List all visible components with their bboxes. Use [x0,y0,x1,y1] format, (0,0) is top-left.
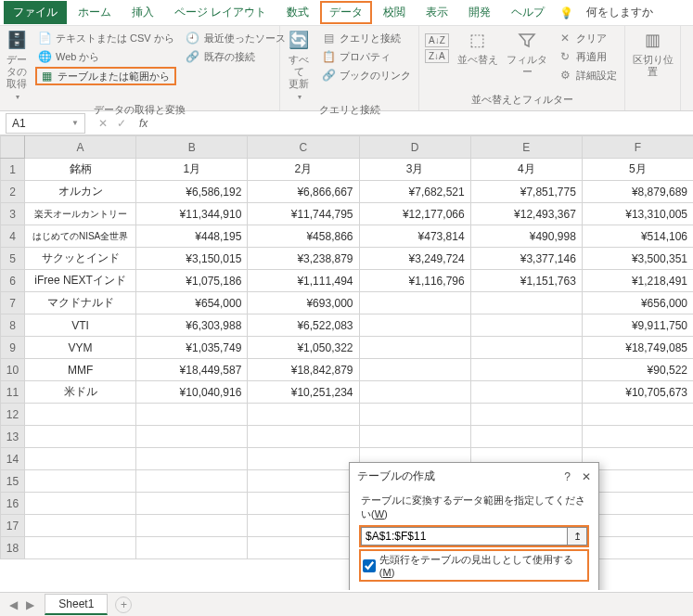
cell[interactable] [25,448,136,470]
cell[interactable]: ¥18,449,587 [136,359,248,381]
row-header[interactable]: 15 [1,470,25,493]
cell[interactable] [359,292,470,314]
cell[interactable]: VYM [25,337,136,359]
worksheet-grid[interactable]: A B C D E F 1銘柄1月2月3月4月5月2オルカン¥6,586,192… [0,135,693,590]
cell[interactable]: 5月 [582,159,693,181]
cell[interactable] [25,470,136,493]
cell[interactable] [470,426,582,448]
row-header[interactable]: 2 [1,181,25,203]
cell[interactable]: ¥10,705,673 [582,381,693,404]
filter-button[interactable]: フィルター [506,30,548,78]
cell[interactable]: ¥90,522 [582,359,693,381]
cell[interactable] [470,292,582,314]
row-header[interactable]: 13 [1,426,25,448]
tab-dev[interactable]: 開発 [459,1,500,24]
name-box[interactable]: A1 ▼ [6,113,85,134]
cell[interactable]: ¥654,000 [136,292,248,314]
help-icon[interactable]: ? [564,470,571,483]
queries-connections[interactable]: ▤クエリと接続 [319,30,413,46]
tab-help[interactable]: ヘルプ [502,1,554,24]
properties[interactable]: 📋プロパティ [319,48,413,65]
cell[interactable]: ¥1,151,763 [470,270,582,292]
cell[interactable]: ¥6,522,083 [248,314,359,337]
cell[interactable]: ¥1,075,186 [136,270,248,292]
cell[interactable]: ¥3,249,724 [359,248,470,270]
cell[interactable]: ¥448,195 [136,225,248,248]
cell[interactable]: ¥1,111,494 [248,270,359,292]
cell[interactable]: ¥3,500,351 [582,248,693,270]
from-csv[interactable]: 📄テキストまたは CSV から [35,30,176,46]
cell[interactable]: ¥10,251,234 [248,381,359,404]
cell[interactable] [136,448,248,470]
cell[interactable] [248,537,359,559]
cell[interactable]: ¥1,218,491 [582,270,693,292]
cell[interactable] [248,493,359,515]
cell[interactable]: ¥490,998 [470,225,582,248]
tab-view[interactable]: 表示 [417,1,457,24]
cell[interactable]: ¥6,586,192 [136,181,248,203]
cell[interactable] [25,426,136,448]
cell[interactable]: 3月 [359,159,470,181]
cell[interactable]: ¥458,866 [248,225,359,248]
cell[interactable] [25,537,136,559]
cell[interactable]: ¥693,000 [248,292,359,314]
cell[interactable] [359,426,470,448]
row-header[interactable]: 14 [1,448,25,470]
cell[interactable]: ¥3,377,146 [470,248,582,270]
cell[interactable]: ¥3,150,015 [136,248,248,270]
cell[interactable]: ¥1,050,322 [248,337,359,359]
row-header[interactable]: 17 [1,515,25,537]
tab-file[interactable]: ファイル [4,1,67,24]
cell[interactable]: ¥11,744,795 [248,203,359,225]
cell[interactable] [359,381,470,404]
cell[interactable]: ¥656,000 [582,292,693,314]
row-header[interactable]: 1 [1,159,25,181]
cell[interactable] [470,314,582,337]
cell[interactable] [470,381,582,404]
cell[interactable] [248,448,359,470]
select-all-corner[interactable] [1,136,25,159]
cell[interactable] [25,404,136,426]
cell[interactable]: ¥7,682,521 [359,181,470,203]
cell[interactable] [248,404,359,426]
cell[interactable]: ¥18,842,879 [248,359,359,381]
cell[interactable] [359,314,470,337]
cell[interactable]: ¥11,344,910 [136,203,248,225]
cell[interactable] [136,515,248,537]
cell[interactable]: ¥473,814 [359,225,470,248]
from-table-range[interactable]: ▦テーブルまたは範囲から [35,67,176,85]
tab-review[interactable]: 校閲 [374,1,415,24]
clear-filter[interactable]: ✕クリア [556,30,619,46]
cell[interactable] [136,404,248,426]
row-header[interactable]: 3 [1,203,25,225]
row-header[interactable]: 18 [1,537,25,559]
tab-formula[interactable]: 数式 [277,1,318,24]
col-header[interactable]: E [470,136,582,159]
cell[interactable]: オルカン [25,181,136,203]
cell[interactable]: ¥7,851,775 [470,181,582,203]
tab-layout[interactable]: ページ レイアウト [165,1,276,24]
cell[interactable] [470,359,582,381]
cell[interactable]: ¥514,106 [582,225,693,248]
cell[interactable]: VTI [25,314,136,337]
cell[interactable]: 2月 [248,159,359,181]
col-header[interactable]: F [582,136,693,159]
book-links[interactable]: 🔗ブックのリンク [319,67,413,83]
header-row-checkbox[interactable] [363,559,376,572]
row-header[interactable]: 11 [1,381,25,404]
col-header[interactable]: A [25,136,136,159]
cell[interactable]: ¥12,493,367 [470,203,582,225]
range-input[interactable] [361,527,567,545]
tab-data[interactable]: データ [320,1,372,24]
row-header[interactable]: 8 [1,314,25,337]
cell[interactable] [248,426,359,448]
row-header[interactable]: 9 [1,337,25,359]
cell[interactable]: ¥1,116,796 [359,270,470,292]
cell[interactable] [136,537,248,559]
cell[interactable] [582,404,693,426]
cell[interactable] [582,426,693,448]
cell[interactable]: MMF [25,359,136,381]
cell[interactable] [359,337,470,359]
cell[interactable]: ¥1,035,749 [136,337,248,359]
add-sheet-button[interactable]: + [115,597,132,613]
